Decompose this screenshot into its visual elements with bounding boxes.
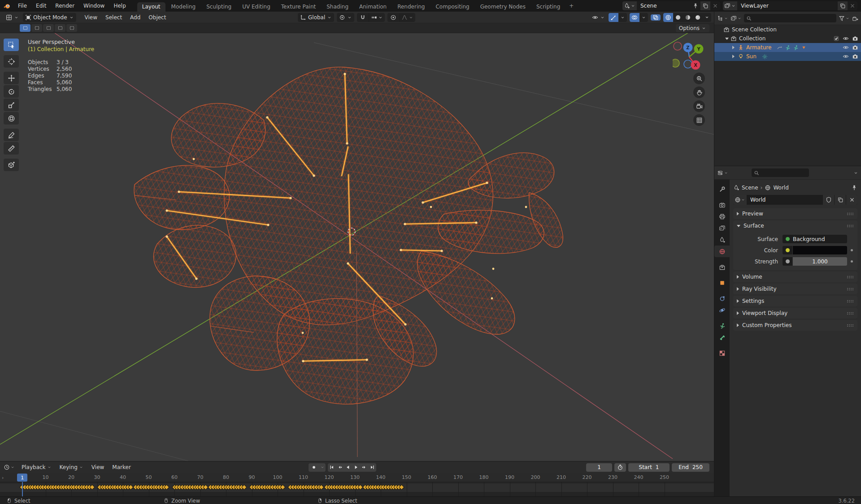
snap-toggle[interactable] [357,13,369,22]
workspace-tab[interactable]: Compositing [430,2,474,12]
proportional-editing-toggle[interactable] [387,13,399,22]
timeline-menu-item[interactable]: Keying [56,461,87,473]
properties-tab-object[interactable] [714,277,730,289]
playhead-marker[interactable]: 1 [17,474,27,482]
mode-selector[interactable]: Object Mode [23,13,76,22]
timeline-editor-type-button[interactable] [4,464,15,470]
end-frame-field[interactable]: End 250 [672,463,709,472]
outliner-item-label[interactable]: Collection [739,35,765,42]
disclosure-right-icon[interactable] [732,46,738,49]
animate-strength-dot[interactable] [851,260,853,263]
collapsed-panel-header[interactable]: Volume [733,271,857,282]
viewport-menu-item[interactable]: Add [126,12,144,23]
viewport-menu-item[interactable]: View [81,12,101,23]
panel-grip-icon[interactable] [847,324,854,327]
properties-tab-bone[interactable] [714,332,730,343]
breadcrumb-world[interactable]: World [773,185,788,191]
menu-item[interactable]: Edit [31,0,51,12]
current-frame-field[interactable]: 1 [586,463,612,472]
eye-icon[interactable] [843,53,849,60]
workspace-tab[interactable]: Animation [354,2,391,12]
scene-browse-button[interactable] [622,1,637,10]
select-mode-button[interactable] [43,24,54,32]
eye-icon[interactable] [843,35,849,42]
menu-item[interactable]: Help [109,0,130,12]
animate-color-dot[interactable] [851,249,853,251]
fake-user-shield-button[interactable] [823,195,834,205]
tool-measure-button[interactable] [4,142,19,155]
world-name-field[interactable]: World [747,197,822,203]
shading-wireframe-button[interactable] [663,13,673,22]
tool-rotate-button[interactable] [4,85,19,98]
camera-icon[interactable] [852,53,858,60]
chevron-down-icon[interactable] [853,170,858,176]
visibility-dropdown[interactable] [591,13,606,22]
workspace-tab[interactable]: Rendering [392,2,430,12]
select-mode-button[interactable] [31,24,42,32]
workspace-tab[interactable]: Scripting [531,2,565,12]
menu-item[interactable]: Window [79,0,109,12]
panel-grip-icon[interactable] [847,288,854,291]
panel-grip-icon[interactable] [847,300,854,303]
outliner-row-scene-collection[interactable]: Scene Collection [714,25,861,34]
transform-orientation-selector[interactable]: Global [298,13,334,22]
workspace-tab[interactable]: Layout [137,2,165,12]
strength-slider[interactable]: 1.000 [793,257,847,266]
panel-grip-icon[interactable] [847,276,854,279]
viewlayer-browse-button[interactable] [723,1,737,10]
auto-keying-toggle[interactable] [309,463,319,472]
new-collection-button[interactable] [852,15,858,22]
workspace-tab[interactable]: Modeling [166,2,201,12]
select-mode-button[interactable] [55,24,65,32]
select-mode-button[interactable] [66,24,77,32]
transport-prev-keyframe-button[interactable] [336,463,344,472]
armature-data-icon[interactable] [793,45,799,51]
properties-tab-render[interactable] [714,199,730,211]
nav-zoom-button[interactable] [693,73,705,84]
properties-tab-view-layer[interactable] [714,222,730,234]
shading-solid-button[interactable] [673,13,683,22]
navigation-gizmo[interactable]: Z Y X [673,40,708,75]
start-frame-field[interactable]: Start 1 [628,463,670,472]
checkbox-icon[interactable] [833,35,839,42]
nav-grid-ortho-button[interactable] [693,114,705,126]
use-preview-range-toggle[interactable] [614,463,626,472]
surface-panel-header[interactable]: Surface [733,220,857,231]
select-mode-button[interactable] [20,24,30,32]
shading-rendered-button[interactable] [693,13,703,22]
xray-toggle[interactable] [651,14,661,21]
workspace-tab[interactable]: UV Editing [237,2,275,12]
pin-icon[interactable] [851,185,857,191]
timeline-menu-item[interactable]: Marker [108,461,135,473]
disclosure-right-icon[interactable] [732,55,738,58]
remove-viewlayer-button[interactable] [848,1,857,10]
transport-play-reverse-button[interactable] [344,463,352,472]
surface-shader-button[interactable]: Background [783,235,847,243]
viewlayer-selector[interactable]: ViewLayer [723,1,857,10]
options-dropdown[interactable]: Options [676,24,709,32]
properties-search-input[interactable] [752,168,809,177]
blender-logo-icon[interactable] [0,2,13,10]
camera-icon[interactable] [852,35,858,42]
panel-grip-icon[interactable] [847,212,854,215]
panel-grip-icon[interactable] [847,224,854,228]
browse-world-button[interactable] [733,195,747,205]
new-viewlayer-button[interactable] [838,1,848,10]
display-mode-dropdown[interactable] [717,15,728,22]
unlink-world-button[interactable] [846,195,857,205]
menu-item[interactable]: File [13,0,31,12]
playhead-line[interactable] [22,482,23,497]
outliner-item-label[interactable]: Scene Collection [732,26,777,33]
editor-type-button[interactable] [4,13,21,22]
auto-keying-dropdown[interactable] [319,463,326,472]
tool-add-cube-button[interactable] [4,159,19,171]
tool-transform-button[interactable] [4,112,19,125]
sun-icon[interactable] [762,54,768,60]
tool-annotate-button[interactable] [4,129,19,141]
timeline-menu-item[interactable]: Playback [17,461,56,473]
preview-panel-header[interactable]: Preview [733,208,857,219]
properties-tab-tool[interactable] [714,183,730,195]
properties-tab-output[interactable] [714,211,730,222]
disclosure-down-icon[interactable] [725,38,731,40]
viewport-menu-item[interactable]: Object [144,12,170,23]
